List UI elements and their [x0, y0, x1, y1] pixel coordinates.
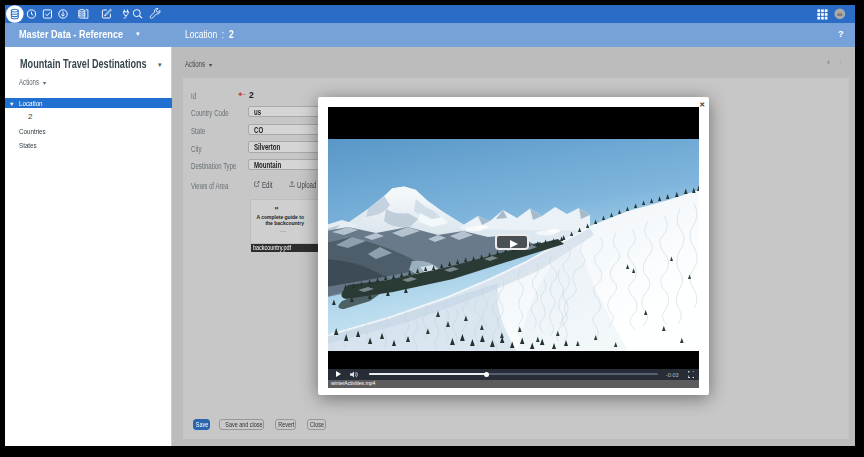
svg-text:aa: aa	[837, 12, 843, 17]
